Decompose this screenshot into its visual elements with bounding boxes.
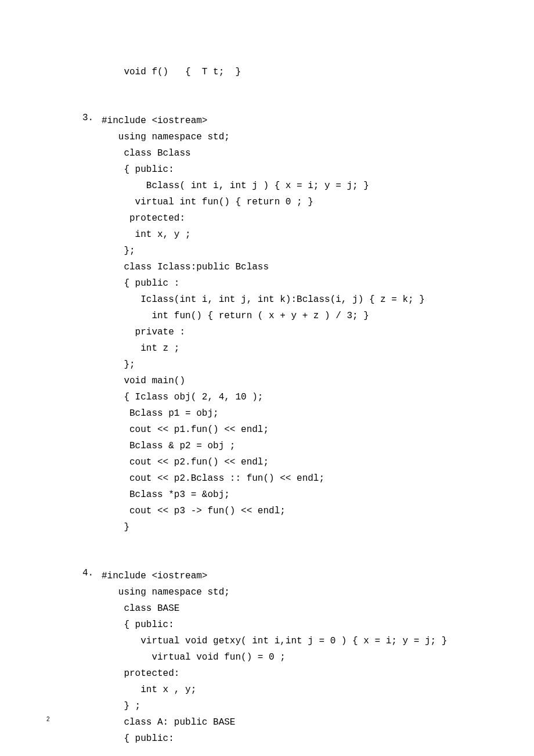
document-page: void f() { T t; } 3. #include <iostream>… [0, 0, 534, 756]
section-3-code: #include <iostream> using namespace std;… [0, 113, 534, 535]
section-4: 4. #include <iostream> using namespace s… [0, 568, 534, 747]
section-3: 3. #include <iostream> using namespace s… [0, 113, 534, 535]
page-number: 2 [46, 716, 50, 722]
code-fragment-top: void f() { T t; } [0, 64, 534, 80]
section-4-code: #include <iostream> using namespace std;… [0, 568, 534, 747]
section-4-number: 4. [82, 568, 93, 578]
section-3-number: 3. [82, 113, 93, 123]
top-fragment-section: void f() { T t; } [0, 64, 534, 80]
